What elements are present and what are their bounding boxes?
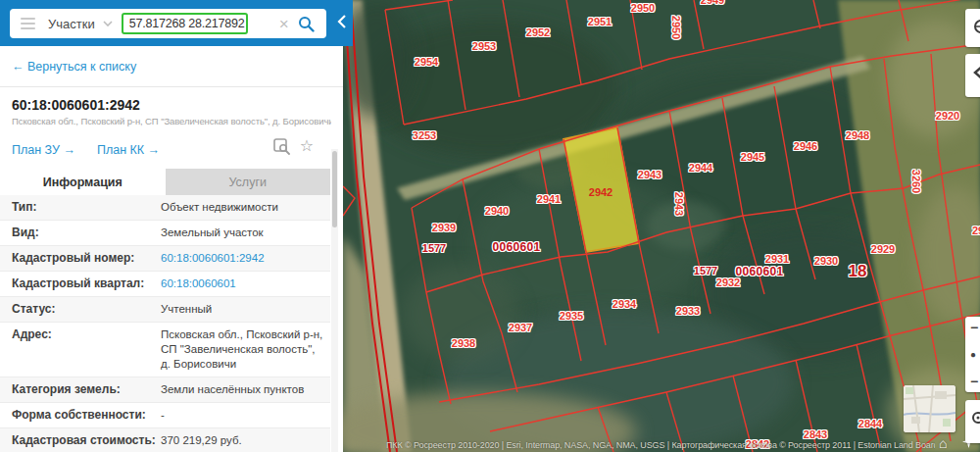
menu-icon[interactable] [21,15,35,32]
zoom-out-icon[interactable]: − [970,323,978,332]
parcel-label-2950[interactable]: 2950 [670,16,682,39]
zoom-slider-handle[interactable]: ● [970,351,976,359]
parcel-label-2953[interactable]: 2953 [472,40,496,52]
divider [0,86,343,87]
overview-minimap[interactable] [904,385,956,432]
info-row-label: Адрес: [12,327,161,372]
search-box: Участки 57.817268 28.217892 × [10,9,326,38]
chevron-down-icon [103,21,113,26]
parcel-label-1577[interactable]: 1577 [694,265,717,276]
info-row-value-link[interactable]: 60:18:0060601 [161,276,325,291]
info-row-value: Объект недвижимости [161,200,325,215]
info-row-value: Земельный участок [161,226,325,240]
parcel-label-2844[interactable]: 2844 [858,418,882,429]
info-row: Адрес:Псковская обл., Псковский р-н, СП … [0,323,330,377]
parcel-label-2951[interactable]: 2951 [588,16,612,27]
home-icon[interactable]: ⌂ [939,435,947,451]
parcel-boundary-line [385,0,453,10]
info-row-label: Тип: [12,200,161,215]
sidebar-scrollbar[interactable] [331,149,338,452]
info-row: Категория земель:Земли населённых пункто… [0,377,330,403]
sidebar-collapse-icon[interactable] [337,15,346,28]
info-row: Форма собственности:- [0,403,330,428]
tab-информация[interactable]: Информация [0,169,166,195]
info-row-value: Земли населённых пунктов [161,382,325,397]
plan-preview-icon[interactable] [273,138,290,155]
map-tool-button-2[interactable] [965,54,980,97]
parcel-label-0060601[interactable]: 0060601 [736,265,784,278]
parcel-label-2943[interactable]: 2943 [638,169,662,180]
zoom-slider-control[interactable]: − ● − [965,317,980,392]
parcel-boundary-line [404,0,980,125]
plan-link-1[interactable]: План КК → [97,143,160,157]
parcel-label-2938[interactable]: 2938 [452,337,475,349]
road-boundary-line [344,0,390,452]
parcel-info-table: Тип:Объект недвижимостиВид:Земельный уча… [0,195,330,452]
search-category-dropdown[interactable]: Участки [48,17,95,31]
zoom-out-icon-2[interactable]: − [970,377,978,386]
info-row: Тип:Объект недвижимости [0,195,330,221]
parcel-label-2941[interactable]: 2941 [537,193,561,205]
clear-search-icon[interactable]: × [279,16,289,32]
parcel-address-subtitle: Псковская обл., Псковский р-н, СП "Завел… [12,116,331,126]
info-row-label: Вид: [12,226,161,240]
parcel-boundary-line [385,10,404,125]
parcel-label-2920[interactable]: 2920 [936,110,959,122]
scrollbar-thumb[interactable] [332,151,337,227]
info-row-label: Кадастровый квартал: [12,276,161,291]
search-icon[interactable] [298,16,315,32]
parcel-boundary-line [774,86,815,279]
info-row-value: 370 219,29 руб. [161,433,325,448]
cadastral-number-title: 60:18:0060601:2942 [12,97,343,113]
parcel-label-2945[interactable]: 2945 [741,151,764,163]
plan-links-row: План ЗУ →План КК → ☆ [12,140,331,158]
parcel-label-2843[interactable]: 2843 [804,428,827,440]
road-boundary-line [351,0,397,452]
parcel-boundary-line [343,186,355,216]
parcel-label-2952[interactable]: 2952 [526,26,550,38]
plan-link-0[interactable]: План ЗУ → [12,143,75,157]
parcel-label-2950[interactable]: 2950 [631,2,655,14]
parcel-label-2944[interactable]: 2944 [689,162,712,174]
geolocation-button[interactable] [965,400,980,443]
parcel-label-2943[interactable]: 2943 [673,192,685,216]
parcel-label-2929[interactable]: 2929 [871,243,895,255]
parcel-boundary-line [503,0,519,97]
parcel-boundary-line [813,0,820,28]
info-row: Кадастровый квартал:60:18:0060601 [0,272,330,297]
parcel-label-2937[interactable]: 2937 [509,322,532,333]
parcel-label-2949[interactable]: 2949 [701,0,724,6]
parcel-label-3253[interactable]: 3253 [413,129,436,141]
parcel-label-2931[interactable]: 2931 [765,253,789,265]
map-tool-button-1[interactable] [965,9,980,47]
parcel-label-3260[interactable]: 3260 [910,170,922,193]
parcel-label-2939[interactable]: 2939 [432,222,456,233]
info-row-value: - [161,408,325,423]
back-to-list-link[interactable]: ← Вернуться к списку [12,60,343,74]
parcel-label-2934[interactable]: 2934 [612,298,636,310]
info-row-value-link[interactable]: 60:18:0060601:2942 [161,251,325,266]
parcel-label-2933[interactable]: 2933 [676,305,700,317]
parcel-label-18[interactable]: 18 [849,262,867,281]
parcel-label-1577[interactable]: 1577 [422,242,446,254]
parcel-label-0060601[interactable]: 0060601 [493,240,541,254]
info-row-label: Кадастровый номер: [12,251,161,266]
parcel-label-2946[interactable]: 2946 [794,140,817,152]
parcel-boundary-line [439,276,980,402]
parcel-label-2930[interactable]: 2930 [814,255,838,267]
parcel-boundary-line [412,208,451,404]
search-input[interactable]: 57.817268 28.217892 [129,17,245,30]
parcel-label-2954[interactable]: 2954 [415,56,438,68]
favorite-star-icon[interactable]: ☆ [300,138,314,155]
parcel-boundary-line [694,0,704,49]
parcel-label-2935[interactable]: 2935 [560,310,583,322]
parcel-label-29[interactable]: 29 [972,225,980,236]
tab-услуги[interactable]: Услуги [166,169,331,195]
parcel-label-2942[interactable]: 2942 [589,186,612,198]
parcel-label-2940[interactable]: 2940 [485,205,509,217]
info-row-label: Кадастровая стоимость: [12,433,161,448]
info-row-label: Статус: [12,302,161,317]
parcel-label-2948[interactable]: 2948 [846,129,869,141]
cadastral-map[interactable]: 2954295329522951295029502949325329392940… [343,0,980,452]
parcel-boundary-line [857,344,880,446]
